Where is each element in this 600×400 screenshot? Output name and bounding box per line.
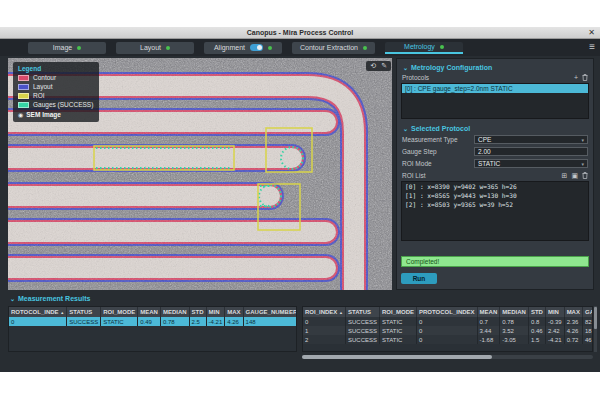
protocol-item-selected[interactable]: [0] : CPE gauge_step=2.0nm STATIC	[402, 84, 588, 93]
legend-item-label: ROI	[33, 92, 45, 99]
roi-item[interactable]: [2] : x=8503 y=9365 w=39 h=52	[402, 200, 588, 209]
selected-protocol-header[interactable]: ⌄Selected Protocol	[403, 125, 589, 132]
status-dot-green	[268, 46, 272, 50]
protocol-results-table: ROTOCOL_INDE ▲ STATUS ROI_MODE MEAN MEDI…	[8, 306, 297, 352]
col-max[interactable]: MAX	[564, 307, 582, 317]
table-row[interactable]: 2 SUCCESS STATIC 0 -1.68 -3.05 1.5 -4.21…	[303, 335, 593, 344]
tab-layout-label: Layout	[140, 44, 161, 51]
horizontal-scrollbar-thumb[interactable]	[302, 355, 492, 359]
gauge-step-input[interactable]: 2.00	[474, 147, 588, 156]
col-gauge-number[interactable]: GAUGE_NUMBER	[582, 307, 593, 317]
status-dot-green	[363, 46, 367, 50]
tab-metrology[interactable]: Metrology	[385, 42, 463, 54]
roi-mode-row: ROI Mode STATIC ▾	[402, 159, 588, 168]
col-protocol-index[interactable]: PROTOCOL_INDEX	[417, 307, 478, 317]
image-toolbar: ⟲ ✎	[366, 61, 391, 71]
metrology-config-panel: ⌄Metrology Configuration Protocols + [0]…	[396, 58, 594, 290]
legend-item-contour[interactable]: Contour	[18, 74, 93, 81]
col-max[interactable]: MAX	[225, 307, 243, 317]
collapse-icon: ⌄	[403, 65, 408, 71]
gauge-step-label: Gauge Step	[402, 148, 474, 155]
col-status[interactable]: STATUS	[345, 307, 379, 317]
roi-mode-value: STATIC	[478, 160, 500, 167]
col-roi-mode[interactable]: ROI_MODE	[380, 307, 417, 317]
desktop: Canopus - Mira Process Control ✕ Image L…	[0, 0, 600, 400]
vertical-scrollbar-thumb[interactable]	[594, 307, 597, 329]
radio-icon: ◉	[18, 111, 23, 118]
legend-item-sem-image[interactable]: ◉ SEM Image	[18, 111, 93, 118]
legend-item-label: Contour	[33, 74, 56, 81]
config-section-title: Metrology Configuration	[411, 64, 492, 71]
legend-item-roi[interactable]: ROI	[18, 92, 93, 99]
roi-mode-select[interactable]: STATIC ▾	[474, 159, 588, 168]
tab-image-label: Image	[53, 44, 72, 51]
tab-layout[interactable]: Layout	[116, 42, 194, 54]
table-header-row: ROTOCOL_INDE ▲ STATUS ROI_MODE MEAN MEDI…	[9, 307, 297, 317]
col-std[interactable]: STD	[528, 307, 545, 317]
results-title: Measurement Results	[18, 295, 90, 302]
col-min[interactable]: MIN	[545, 307, 564, 317]
add-protocol-icon[interactable]: +	[574, 74, 578, 81]
results-section-header[interactable]: ⌄Measurement Results	[10, 295, 90, 302]
status-dot-green	[77, 46, 81, 50]
legend-item-layout[interactable]: Layout	[18, 83, 93, 90]
alignment-toggle[interactable]	[250, 44, 263, 51]
close-icon[interactable]: ✕	[588, 28, 595, 37]
tab-contour-extraction[interactable]: Contour Extraction	[292, 42, 375, 54]
tab-contour-extraction-label: Contour Extraction	[300, 44, 358, 51]
measurement-type-row: Measurement Type CPE ▾	[402, 135, 588, 144]
measurement-type-value: CPE	[478, 136, 491, 143]
legend-title: Legend	[18, 65, 93, 72]
table-header-row: ROI_INDEX ▲ STATUS ROI_MODE PROTOCOL_IND…	[303, 307, 593, 317]
refresh-icon[interactable]: ⟲	[370, 62, 376, 70]
col-status[interactable]: STATUS	[67, 307, 101, 317]
horizontal-scrollbar	[302, 355, 593, 359]
col-roi-index[interactable]: ROI_INDEX ▲	[303, 307, 345, 317]
gauge-step-value: 2.00	[478, 148, 491, 155]
col-gauge-number[interactable]: GAUGE_NUMBER	[243, 307, 297, 317]
hamburger-menu-icon[interactable]: ≡	[589, 42, 595, 52]
col-roi-mode[interactable]: ROI_MODE	[101, 307, 138, 317]
roi-item[interactable]: [1] : x=8565 y=9443 w=130 h=30	[402, 191, 588, 200]
measurement-type-select[interactable]: CPE ▾	[474, 135, 588, 144]
col-mean[interactable]: MEAN	[477, 307, 500, 317]
table-row[interactable]: 1 SUCCESS STATIC 0 3.44 3.52 0.46 2.42 4…	[303, 326, 593, 335]
vertical-scrollbar	[594, 306, 597, 352]
sem-image-viewport[interactable]: Legend Contour Layout ROI Gauges (SUCCES…	[8, 58, 392, 290]
run-button[interactable]: Run	[401, 273, 437, 284]
table-row[interactable]: 0 SUCCESS STATIC 0.49 0.78 2.5 -4.21 4.2…	[9, 317, 297, 326]
col-median[interactable]: MEDIAN	[500, 307, 529, 317]
legend-item-label: Gauges (SUCCESS)	[33, 101, 93, 108]
status-dot-green	[440, 45, 444, 49]
col-std[interactable]: STD	[189, 307, 206, 317]
legend-item-gauges[interactable]: Gauges (SUCCESS)	[18, 101, 93, 108]
sort-asc-icon: ▲	[339, 310, 343, 315]
config-section-header[interactable]: ⌄Metrology Configuration	[403, 64, 589, 71]
protocols-row: Protocols +	[402, 74, 588, 81]
col-median[interactable]: MEDIAN	[160, 307, 189, 317]
gauges-swatch-icon	[18, 102, 29, 108]
delete-protocol-icon[interactable]	[582, 74, 588, 81]
col-mean[interactable]: MEAN	[138, 307, 161, 317]
collapse-icon: ⌄	[10, 296, 15, 302]
col-protocol-index[interactable]: ROTOCOL_INDE ▲	[9, 307, 67, 317]
chevron-down-icon: ▾	[581, 161, 584, 167]
roi-item[interactable]: [0] : x=8390 y=9402 w=365 h=26	[402, 182, 588, 191]
edit-icon[interactable]: ✎	[381, 62, 387, 70]
app-window: Image Layout Alignment Contour Extractio…	[0, 39, 600, 372]
add-roi-icon[interactable]: ⊞	[562, 172, 568, 179]
tab-alignment[interactable]: Alignment	[204, 42, 282, 54]
protocol-list: [0] : CPE gauge_step=2.0nm STATIC	[401, 83, 589, 119]
duplicate-roi-icon[interactable]: ▣	[571, 172, 578, 179]
roi-results-table: ROI_INDEX ▲ STATUS ROI_MODE PROTOCOL_IND…	[302, 306, 593, 352]
window-titlebar: Canopus - Mira Process Control ✕	[0, 27, 600, 39]
chevron-down-icon: ▾	[581, 137, 584, 143]
col-min[interactable]: MIN	[206, 307, 225, 317]
table-row[interactable]: 0 SUCCESS STATIC 0 0.7 0.78 0.8 -0.39 2.…	[303, 317, 593, 326]
roi-list-label: ROI List	[402, 172, 425, 179]
tab-alignment-label: Alignment	[214, 44, 245, 51]
legend-base-label: SEM Image	[26, 111, 61, 118]
delete-roi-icon[interactable]	[582, 172, 588, 179]
tab-image[interactable]: Image	[28, 42, 106, 54]
roi-list-row: ROI List ⊞ ▣	[402, 172, 588, 179]
